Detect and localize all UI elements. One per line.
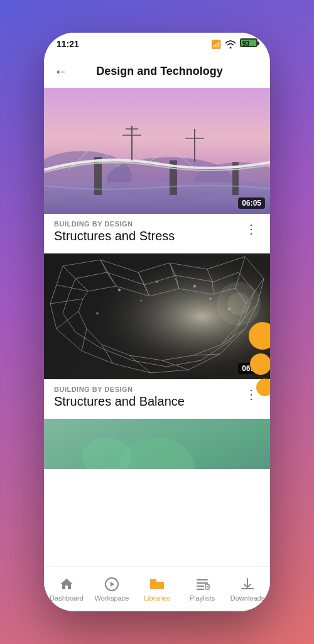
home-icon xyxy=(59,577,74,592)
battery-level: 93 xyxy=(242,40,249,47)
thumbnail-bridge[interactable]: 06:05 xyxy=(44,88,270,214)
card-info-2: BUILDING BY DESIGN Structures and Balanc… xyxy=(54,386,242,409)
nav-label-libraries: Libraries xyxy=(144,594,170,602)
thumbnail-spider[interactable]: 06:09 xyxy=(44,253,270,379)
svg-rect-63 xyxy=(197,582,208,584)
svg-point-40 xyxy=(156,281,158,283)
list-icon xyxy=(195,577,210,592)
duration-2: 06:09 xyxy=(238,363,265,374)
nav-downloads[interactable]: Downloads xyxy=(225,577,270,602)
nav-dashboard[interactable]: Dashboard xyxy=(44,577,89,602)
nav-libraries[interactable]: Libraries xyxy=(134,577,180,602)
nav-playlists[interactable]: Playlists xyxy=(180,577,225,602)
content-scroll[interactable]: 06:05 BUILDING BY DESIGN Structures and … xyxy=(44,88,270,566)
battery-icon: 93 xyxy=(240,38,257,47)
svg-rect-64 xyxy=(197,586,204,587)
more-options-1[interactable]: ⋮ xyxy=(242,221,260,236)
svg-point-39 xyxy=(118,289,121,291)
card-meta-1: BUILDING BY DESIGN Structures and Stress… xyxy=(44,214,270,243)
bottom-nav: Dashboard Workspace Libraries xyxy=(44,566,270,611)
svg-point-41 xyxy=(193,285,196,287)
folder-icon xyxy=(149,577,165,592)
green-svg xyxy=(44,419,270,469)
duration-1: 06:05 xyxy=(238,197,265,209)
page-title: Design and Technology xyxy=(78,65,241,78)
video-card-1: 06:05 BUILDING BY DESIGN Structures and … xyxy=(44,88,270,253)
header: ← Design and Technology xyxy=(44,55,270,88)
svg-rect-62 xyxy=(197,579,208,580)
video-card-2: 06:09 BUILDING BY DESIGN Structures and … xyxy=(44,253,270,419)
svg-marker-67 xyxy=(207,586,208,588)
nav-label-dashboard: Dashboard xyxy=(50,594,84,602)
more-options-2[interactable]: ⋮ xyxy=(242,387,260,402)
svg-marker-61 xyxy=(111,582,114,587)
svg-point-44 xyxy=(141,300,142,301)
status-icons: 📶 93 xyxy=(211,38,257,50)
nav-workspace[interactable]: Workspace xyxy=(89,577,134,602)
svg-point-56 xyxy=(227,292,250,315)
svg-point-45 xyxy=(210,298,212,300)
download-icon xyxy=(240,577,255,592)
video-card-3 xyxy=(44,419,270,479)
card-info-1: BUILDING BY DESIGN Structures and Stress xyxy=(54,220,242,243)
card-category-1: BUILDING BY DESIGN xyxy=(54,220,242,228)
svg-point-42 xyxy=(97,313,99,314)
svg-rect-65 xyxy=(197,589,204,590)
back-button[interactable]: ← xyxy=(54,65,68,79)
phone-shell: 11:21 📶 93 ← Design and Technology xyxy=(44,33,270,611)
card-title-2: Structures and Balance xyxy=(54,394,242,409)
bridge-svg xyxy=(44,88,270,214)
status-time: 11:21 xyxy=(57,39,79,49)
play-circle-icon xyxy=(104,577,119,592)
nav-label-workspace: Workspace xyxy=(95,594,129,602)
wifi-icon xyxy=(225,40,236,48)
status-bar: 11:21 📶 93 xyxy=(44,33,270,55)
card-category-2: BUILDING BY DESIGN xyxy=(54,386,242,393)
card-meta-2: BUILDING BY DESIGN Structures and Balanc… xyxy=(44,379,270,409)
spiderweb-svg xyxy=(44,253,270,379)
nav-label-downloads: Downloads xyxy=(230,594,264,602)
thumbnail-green[interactable] xyxy=(44,419,270,469)
card-title-1: Structures and Stress xyxy=(54,229,242,243)
bluetooth-icon: 📶 xyxy=(211,40,221,49)
nav-label-playlists: Playlists xyxy=(190,594,215,602)
